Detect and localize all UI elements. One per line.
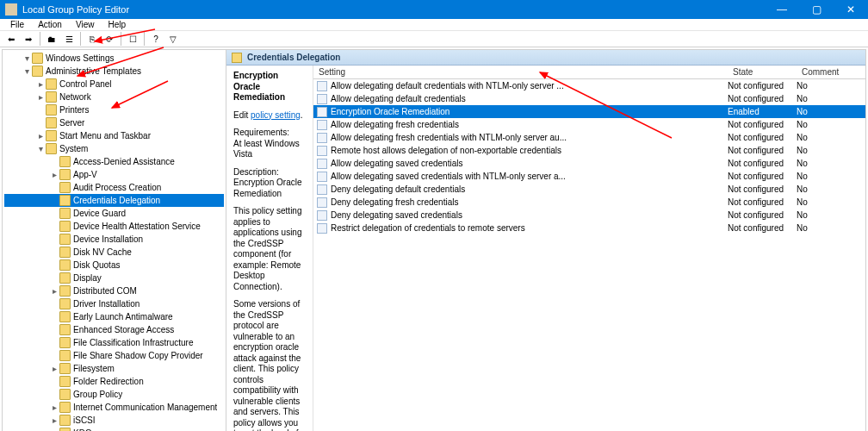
tree-node[interactable]: ▾System	[4, 142, 224, 155]
setting-row[interactable]: Remote host allows delegation of non-exp…	[313, 144, 865, 157]
tree-node[interactable]: Printers	[4, 103, 224, 116]
folder-icon	[59, 169, 71, 180]
toolbar-back-button[interactable]: ⬅	[3, 31, 19, 47]
tree-toggle-icon[interactable]: ▸	[49, 415, 59, 425]
window-minimize-button[interactable]: —	[765, 0, 799, 19]
toolbar-filter-button[interactable]: ▽	[165, 31, 181, 47]
tree-toggle-icon[interactable]: ▸	[49, 364, 59, 373]
tree-node[interactable]: Access-Denied Assistance	[4, 155, 224, 168]
setting-row[interactable]: Allow delegating fresh credentials with …	[313, 131, 865, 144]
tree-node[interactable]: ▾Administrative Templates	[4, 65, 224, 78]
tree-node[interactable]: Group Policy	[4, 388, 224, 401]
description-label: Description:	[233, 167, 279, 177]
window-titlebar: Local Group Policy Editor — ▢ ✕	[0, 0, 868, 19]
toolbar-help-button[interactable]: ?	[148, 31, 164, 47]
tree-node[interactable]: ▸Network	[4, 91, 224, 103]
tree-node[interactable]: Server	[4, 116, 224, 129]
tree-node[interactable]: Early Launch Antimalware	[4, 310, 224, 323]
tree-pane[interactable]: ▾Windows Settings▾Administrative Templat…	[3, 50, 226, 431]
app-icon	[5, 3, 17, 16]
tree-node[interactable]: ▸App-V	[4, 168, 224, 181]
setting-row[interactable]: Deny delegating fresh credentialsNot con…	[313, 196, 865, 209]
edit-policy-link[interactable]: policy setting	[251, 110, 301, 120]
tree-node[interactable]: Enhanced Storage Access	[4, 323, 224, 336]
description-value: Encryption Oracle Remediation	[233, 178, 301, 198]
column-comment[interactable]: Comment	[797, 66, 865, 78]
setting-row[interactable]: Restrict delegation of credentials to re…	[313, 222, 865, 234]
setting-state: Not configured	[728, 172, 797, 181]
tree-node[interactable]: ▸Control Panel	[4, 78, 224, 91]
setting-row[interactable]: Allow delegating saved credentialsNot co…	[313, 157, 865, 170]
setting-name: Allow delegating default credentials wit…	[331, 81, 728, 91]
setting-comment: No	[797, 184, 865, 194]
setting-row[interactable]: Deny delegating saved credentialsNot con…	[313, 209, 865, 222]
tree-node[interactable]: Audit Process Creation	[4, 181, 224, 194]
setting-comment: No	[797, 172, 865, 181]
tree-node[interactable]: Driver Installation	[4, 297, 224, 310]
toolbar-properties-button[interactable]: ☐	[125, 31, 140, 47]
tree-node[interactable]: ▸iSCSI	[4, 414, 224, 427]
tree-toggle-icon[interactable]: ▸	[49, 403, 59, 412]
requirements-label: Requirements:	[233, 128, 289, 137]
tree-node[interactable]: Display	[4, 272, 224, 284]
setting-name: Allow delegating fresh credentials	[331, 120, 728, 129]
column-setting[interactable]: Setting	[313, 66, 728, 78]
toolbar-refresh-button[interactable]: ⟳	[102, 31, 117, 47]
tree-node[interactable]: Disk NV Cache	[4, 246, 224, 259]
tree-node[interactable]: Device Installation	[4, 233, 224, 246]
tree-toggle-icon[interactable]: ▸	[35, 79, 46, 89]
menu-action[interactable]: Action	[33, 19, 67, 30]
tree-toggle-icon[interactable]: ▸	[35, 131, 46, 141]
menu-file[interactable]: File	[5, 19, 29, 30]
window-close-button[interactable]: ✕	[834, 0, 868, 19]
setting-state: Not configured	[728, 184, 797, 194]
tree-node-label: Start Menu and Taskbar	[59, 131, 151, 141]
toolbar-up-button[interactable]: 🖿	[44, 31, 59, 47]
tree-toggle-icon[interactable]: ▸	[35, 92, 46, 102]
setting-row[interactable]: Allow delegating fresh credentialsNot co…	[313, 118, 865, 131]
tree-toggle-icon[interactable]: ▾	[35, 144, 46, 153]
setting-row[interactable]: Deny delegating default credentialsNot c…	[313, 183, 865, 196]
tree-node[interactable]: Device Health Attestation Service	[4, 220, 224, 233]
toolbar-showhide-button[interactable]: ☰	[61, 31, 77, 47]
tree-node[interactable]: ▸Filesystem	[4, 362, 224, 375]
toolbar-forward-button[interactable]: ➡	[21, 31, 36, 47]
tree-node-label: Internet Communication Management	[73, 403, 217, 412]
setting-row[interactable]: Encryption Oracle RemediationEnabledNo	[313, 105, 865, 118]
tree-node[interactable]: ▸Distributed COM	[4, 284, 224, 297]
tree-node[interactable]: File Classification Infrastructure	[4, 336, 224, 349]
tree-node[interactable]: Disk Quotas	[4, 259, 224, 272]
tree-toggle-icon[interactable]: ▸	[49, 286, 59, 296]
tree-node[interactable]: KDC	[4, 427, 224, 431]
policy-icon	[317, 223, 327, 234]
tree-node[interactable]: ▸Start Menu and Taskbar	[4, 129, 224, 142]
tree-toggle-icon[interactable]: ▾	[22, 53, 32, 63]
setting-row[interactable]: Allow delegating saved credentials with …	[313, 170, 865, 183]
tree-node-label: File Share Shadow Copy Provider	[73, 351, 203, 360]
setting-name: Restrict delegation of credentials to re…	[331, 223, 728, 233]
folder-icon	[59, 402, 71, 413]
description-para-1: This policy setting applies to applicati…	[233, 206, 306, 292]
tree-node[interactable]: File Share Shadow Copy Provider	[4, 349, 224, 362]
menu-view[interactable]: View	[71, 19, 100, 30]
policy-icon	[317, 146, 327, 156]
folder-icon	[59, 247, 71, 258]
toolbar-export-button[interactable]: ⎘	[84, 31, 100, 47]
tree-node-label: Disk NV Cache	[73, 247, 132, 257]
setting-row[interactable]: Allow delegating default credentialsNot …	[313, 92, 865, 105]
tree-toggle-icon[interactable]: ▸	[49, 170, 59, 179]
settings-list[interactable]: Allow delegating default credentials wit…	[313, 79, 865, 431]
tree-node[interactable]: Credentials Delegation	[4, 194, 224, 207]
menu-help[interactable]: Help	[102, 19, 131, 30]
tree-node-label: Device Health Attestation Service	[73, 222, 201, 231]
tree-node[interactable]: ▾Windows Settings	[4, 52, 224, 65]
tree-node[interactable]: Folder Redirection	[4, 375, 224, 388]
tree-node[interactable]: Device Guard	[4, 207, 224, 220]
window-title: Local Group Policy Editor	[22, 4, 765, 15]
setting-row[interactable]: Allow delegating default credentials wit…	[313, 79, 865, 92]
tree-toggle-icon[interactable]: ▾	[22, 66, 32, 76]
window-maximize-button[interactable]: ▢	[799, 0, 834, 19]
folder-icon	[59, 376, 71, 387]
column-state[interactable]: State	[728, 66, 797, 78]
tree-node[interactable]: ▸Internet Communication Management	[4, 401, 224, 414]
